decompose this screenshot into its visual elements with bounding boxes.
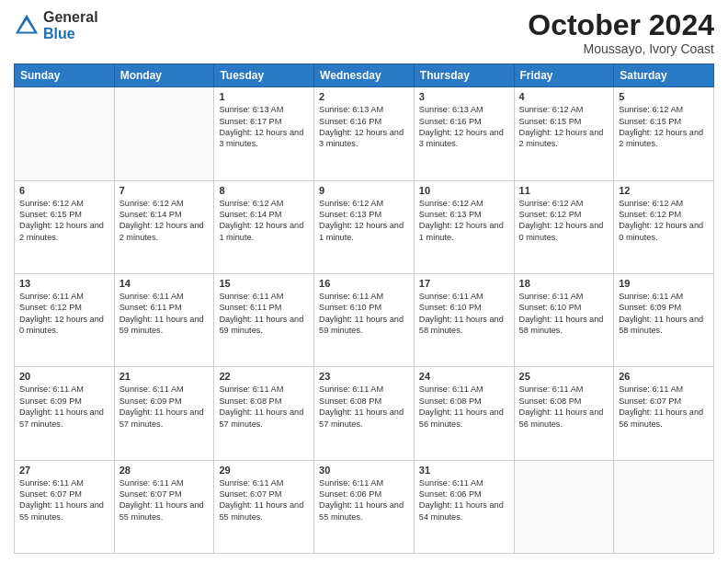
- day-info: Sunrise: 6:12 AM Sunset: 6:15 PM Dayligh…: [19, 198, 109, 244]
- day-number: 6: [19, 185, 109, 196]
- day-info: Sunrise: 6:12 AM Sunset: 6:15 PM Dayligh…: [619, 104, 709, 150]
- day-info: Sunrise: 6:11 AM Sunset: 6:07 PM Dayligh…: [219, 477, 309, 523]
- day-info: Sunrise: 6:11 AM Sunset: 6:10 PM Dayligh…: [419, 291, 509, 337]
- logo-text: General Blue: [43, 9, 98, 41]
- day-info: Sunrise: 6:12 AM Sunset: 6:14 PM Dayligh…: [119, 198, 210, 244]
- calendar-cell: 3Sunrise: 6:13 AM Sunset: 6:16 PM Daylig…: [414, 87, 514, 180]
- calendar-cell: 9Sunrise: 6:12 AM Sunset: 6:13 PM Daylig…: [314, 180, 415, 273]
- day-info: Sunrise: 6:11 AM Sunset: 6:07 PM Dayligh…: [619, 384, 709, 430]
- month-title: October 2024: [528, 9, 714, 41]
- day-number: 30: [319, 465, 409, 476]
- calendar-cell: 22Sunrise: 6:11 AM Sunset: 6:08 PM Dayli…: [214, 367, 314, 460]
- day-info: Sunrise: 6:12 AM Sunset: 6:13 PM Dayligh…: [319, 198, 409, 244]
- day-info: Sunrise: 6:11 AM Sunset: 6:06 PM Dayligh…: [419, 477, 509, 523]
- day-number: 2: [319, 91, 409, 102]
- calendar-cell: 11Sunrise: 6:12 AM Sunset: 6:12 PM Dayli…: [514, 180, 614, 273]
- calendar-header-row: SundayMondayTuesdayWednesdayThursdayFrid…: [15, 64, 714, 87]
- day-number: 5: [619, 91, 709, 102]
- day-number: 26: [619, 371, 709, 382]
- calendar-cell: 15Sunrise: 6:11 AM Sunset: 6:11 PM Dayli…: [214, 273, 314, 366]
- day-info: Sunrise: 6:11 AM Sunset: 6:12 PM Dayligh…: [19, 291, 109, 337]
- day-number: 28: [119, 465, 210, 476]
- day-number: 24: [419, 371, 509, 382]
- logo-general: General: [43, 9, 98, 26]
- day-number: 14: [119, 278, 210, 289]
- day-info: Sunrise: 6:11 AM Sunset: 6:07 PM Dayligh…: [119, 477, 210, 523]
- day-number: 19: [619, 278, 709, 289]
- calendar-cell: 12Sunrise: 6:12 AM Sunset: 6:12 PM Dayli…: [614, 180, 714, 273]
- calendar-cell: [114, 87, 214, 180]
- day-info: Sunrise: 6:11 AM Sunset: 6:08 PM Dayligh…: [519, 384, 609, 430]
- calendar-cell: [614, 460, 714, 553]
- day-number: 16: [319, 278, 409, 289]
- calendar-cell: 19Sunrise: 6:11 AM Sunset: 6:09 PM Dayli…: [614, 273, 714, 366]
- calendar-week-row: 1Sunrise: 6:13 AM Sunset: 6:17 PM Daylig…: [15, 87, 714, 180]
- day-info: Sunrise: 6:11 AM Sunset: 6:09 PM Dayligh…: [119, 384, 210, 430]
- day-info: Sunrise: 6:12 AM Sunset: 6:12 PM Dayligh…: [519, 198, 609, 244]
- day-info: Sunrise: 6:13 AM Sunset: 6:17 PM Dayligh…: [219, 104, 309, 150]
- title-block: October 2024 Moussayo, Ivory Coast: [528, 9, 714, 56]
- day-number: 20: [19, 371, 109, 382]
- day-number: 4: [519, 91, 609, 102]
- day-number: 9: [319, 185, 409, 196]
- logo-blue: Blue: [43, 26, 98, 42]
- calendar-day-header: Friday: [514, 64, 614, 87]
- day-info: Sunrise: 6:11 AM Sunset: 6:10 PM Dayligh…: [519, 291, 609, 337]
- calendar-cell: 7Sunrise: 6:12 AM Sunset: 6:14 PM Daylig…: [114, 180, 214, 273]
- calendar-cell: 4Sunrise: 6:12 AM Sunset: 6:15 PM Daylig…: [514, 87, 614, 180]
- calendar-cell: 16Sunrise: 6:11 AM Sunset: 6:10 PM Dayli…: [314, 273, 415, 366]
- day-info: Sunrise: 6:11 AM Sunset: 6:09 PM Dayligh…: [19, 384, 109, 430]
- calendar-table: SundayMondayTuesdayWednesdayThursdayFrid…: [14, 63, 714, 554]
- day-number: 10: [419, 185, 509, 196]
- calendar-cell: 5Sunrise: 6:12 AM Sunset: 6:15 PM Daylig…: [614, 87, 714, 180]
- calendar-cell: 29Sunrise: 6:11 AM Sunset: 6:07 PM Dayli…: [214, 460, 314, 553]
- calendar-day-header: Saturday: [614, 64, 714, 87]
- calendar-day-header: Tuesday: [214, 64, 314, 87]
- location-subtitle: Moussayo, Ivory Coast: [528, 41, 714, 56]
- day-info: Sunrise: 6:13 AM Sunset: 6:16 PM Dayligh…: [419, 104, 509, 150]
- day-info: Sunrise: 6:11 AM Sunset: 6:08 PM Dayligh…: [219, 384, 309, 430]
- calendar-cell: 25Sunrise: 6:11 AM Sunset: 6:08 PM Dayli…: [514, 367, 614, 460]
- day-info: Sunrise: 6:11 AM Sunset: 6:07 PM Dayligh…: [19, 477, 109, 523]
- calendar-cell: 27Sunrise: 6:11 AM Sunset: 6:07 PM Dayli…: [15, 460, 115, 553]
- day-number: 25: [519, 371, 609, 382]
- logo-icon: [14, 13, 40, 39]
- day-info: Sunrise: 6:12 AM Sunset: 6:13 PM Dayligh…: [419, 198, 509, 244]
- calendar-cell: 14Sunrise: 6:11 AM Sunset: 6:11 PM Dayli…: [114, 273, 214, 366]
- day-number: 21: [119, 371, 210, 382]
- day-info: Sunrise: 6:11 AM Sunset: 6:06 PM Dayligh…: [319, 477, 409, 523]
- calendar-cell: 6Sunrise: 6:12 AM Sunset: 6:15 PM Daylig…: [15, 180, 115, 273]
- day-info: Sunrise: 6:11 AM Sunset: 6:08 PM Dayligh…: [319, 384, 409, 430]
- day-number: 12: [619, 185, 709, 196]
- calendar-cell: [15, 87, 115, 180]
- calendar-week-row: 20Sunrise: 6:11 AM Sunset: 6:09 PM Dayli…: [15, 367, 714, 460]
- calendar-week-row: 27Sunrise: 6:11 AM Sunset: 6:07 PM Dayli…: [15, 460, 714, 553]
- day-number: 13: [19, 278, 109, 289]
- day-number: 3: [419, 91, 509, 102]
- day-info: Sunrise: 6:13 AM Sunset: 6:16 PM Dayligh…: [319, 104, 409, 150]
- calendar-cell: 21Sunrise: 6:11 AM Sunset: 6:09 PM Dayli…: [114, 367, 214, 460]
- day-info: Sunrise: 6:11 AM Sunset: 6:11 PM Dayligh…: [119, 291, 210, 337]
- calendar-cell: 26Sunrise: 6:11 AM Sunset: 6:07 PM Dayli…: [614, 367, 714, 460]
- calendar-day-header: Thursday: [414, 64, 514, 87]
- calendar-cell: 1Sunrise: 6:13 AM Sunset: 6:17 PM Daylig…: [214, 87, 314, 180]
- header: General Blue October 2024 Moussayo, Ivor…: [14, 9, 714, 56]
- day-number: 27: [19, 465, 109, 476]
- logo: General Blue: [14, 9, 98, 41]
- day-number: 11: [519, 185, 609, 196]
- day-info: Sunrise: 6:12 AM Sunset: 6:15 PM Dayligh…: [519, 104, 609, 150]
- calendar-cell: 2Sunrise: 6:13 AM Sunset: 6:16 PM Daylig…: [314, 87, 415, 180]
- day-number: 8: [219, 185, 309, 196]
- calendar-cell: 31Sunrise: 6:11 AM Sunset: 6:06 PM Dayli…: [414, 460, 514, 553]
- day-number: 17: [419, 278, 509, 289]
- calendar-cell: 20Sunrise: 6:11 AM Sunset: 6:09 PM Dayli…: [15, 367, 115, 460]
- calendar-cell: 23Sunrise: 6:11 AM Sunset: 6:08 PM Dayli…: [314, 367, 415, 460]
- day-info: Sunrise: 6:11 AM Sunset: 6:11 PM Dayligh…: [219, 291, 309, 337]
- day-number: 29: [219, 465, 309, 476]
- calendar-cell: 30Sunrise: 6:11 AM Sunset: 6:06 PM Dayli…: [314, 460, 415, 553]
- day-number: 18: [519, 278, 609, 289]
- day-number: 15: [219, 278, 309, 289]
- calendar-day-header: Sunday: [15, 64, 115, 87]
- calendar-cell: 24Sunrise: 6:11 AM Sunset: 6:08 PM Dayli…: [414, 367, 514, 460]
- day-info: Sunrise: 6:11 AM Sunset: 6:10 PM Dayligh…: [319, 291, 409, 337]
